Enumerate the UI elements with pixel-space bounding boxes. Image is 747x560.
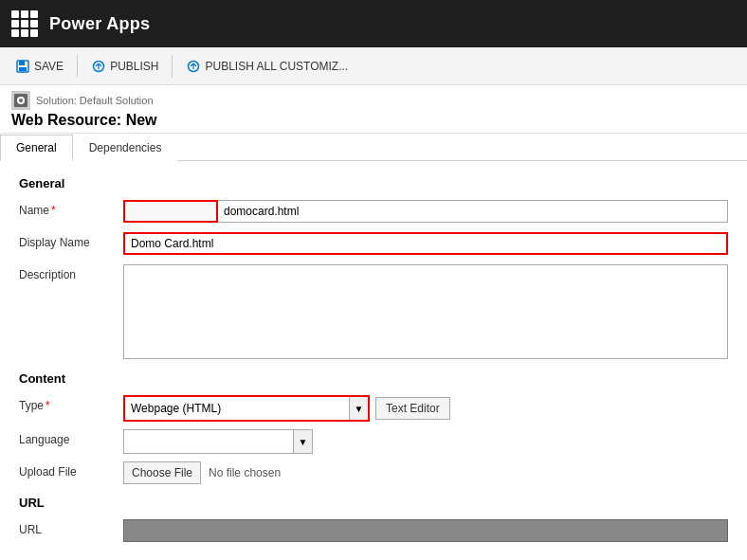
publish-button[interactable]: PUBLISH: [83, 52, 166, 81]
tab-dependencies[interactable]: Dependencies: [73, 135, 178, 161]
language-select-wrapper: ▼: [123, 429, 313, 454]
url-display: [123, 519, 728, 542]
type-field: Webpage (HTML) Script (JScript) Style Sh…: [123, 395, 728, 422]
type-row-inner: Webpage (HTML) Script (JScript) Style Sh…: [123, 395, 728, 422]
language-label: Language: [19, 429, 123, 446]
type-label: Type*: [19, 395, 123, 412]
display-name-row: Display Name: [19, 232, 728, 257]
type-select[interactable]: Webpage (HTML) Script (JScript) Style Sh…: [125, 397, 349, 420]
general-section-title: General: [19, 176, 728, 190]
save-icon: [15, 59, 30, 74]
language-select-arrow: ▼: [293, 430, 312, 453]
choose-file-button[interactable]: Choose File: [123, 461, 201, 484]
name-label: Name*: [19, 200, 123, 217]
url-section-title: URL: [19, 496, 728, 510]
publish-all-button[interactable]: PUBLISH ALL CUSTOMIZ...: [178, 52, 355, 81]
solution-icon: [11, 91, 30, 110]
page-title: Web Resource: New: [11, 112, 736, 129]
description-textarea[interactable]: [123, 264, 728, 359]
no-file-text: No file chosen: [209, 466, 281, 479]
tab-general[interactable]: General: [0, 135, 73, 161]
publish-all-icon: [186, 59, 201, 74]
description-row: Description: [19, 264, 728, 362]
breadcrumb: Solution: Default Solution: [11, 91, 736, 110]
name-row: Name*: [19, 200, 728, 225]
display-name-field: [123, 232, 728, 255]
type-row: Type* Webpage (HTML) Script (JScript) St…: [19, 395, 728, 422]
toolbar-separator-2: [172, 55, 173, 78]
display-name-label: Display Name: [19, 232, 123, 249]
save-button[interactable]: SAVE: [8, 52, 71, 81]
svg-point-7: [19, 99, 23, 102]
top-bar: Power Apps: [0, 0, 747, 47]
language-field: ▼: [123, 429, 728, 454]
display-name-input[interactable]: [123, 232, 728, 255]
description-field: [123, 264, 728, 362]
name-field-container: [123, 200, 728, 223]
type-required: *: [46, 399, 50, 412]
url-row: URL: [19, 519, 728, 544]
url-field: [123, 519, 728, 542]
url-label: URL: [19, 519, 123, 536]
toolbar-separator-1: [77, 55, 78, 78]
app-title: Power Apps: [49, 14, 150, 34]
language-row: Language ▼: [19, 429, 728, 454]
content-area: General Name* Display Name Description C…: [0, 161, 747, 552]
type-select-wrapper: Webpage (HTML) Script (JScript) Style Sh…: [123, 395, 370, 422]
publish-label: PUBLISH: [110, 60, 158, 73]
tabs-bar: General Dependencies: [0, 134, 747, 161]
name-suffix-input[interactable]: [218, 200, 728, 223]
description-label: Description: [19, 264, 123, 281]
name-field: [123, 200, 728, 223]
breadcrumb-area: Solution: Default Solution Web Resource:…: [0, 85, 747, 134]
svg-rect-2: [19, 67, 27, 71]
name-required: *: [51, 204, 56, 217]
svg-rect-1: [19, 61, 25, 65]
type-select-arrow: ▼: [349, 397, 368, 420]
upload-file-label: Upload File: [19, 461, 123, 479]
upload-file-field: Choose File No file chosen: [123, 461, 728, 484]
waffle-icon[interactable]: [11, 10, 38, 37]
upload-file-row: Upload File Choose File No file chosen: [19, 461, 728, 486]
toolbar: SAVE PUBLISH PUBLISH ALL CUSTOMIZ...: [0, 47, 747, 85]
publish-icon: [91, 59, 106, 74]
solution-label: Solution: Default Solution: [36, 95, 154, 106]
publish-all-label: PUBLISH ALL CUSTOMIZ...: [205, 60, 348, 73]
text-editor-button[interactable]: Text Editor: [375, 397, 450, 420]
name-prefix-box: [123, 200, 218, 223]
save-label: SAVE: [34, 60, 64, 73]
language-select[interactable]: [124, 430, 293, 453]
content-section-title: Content: [19, 371, 728, 386]
